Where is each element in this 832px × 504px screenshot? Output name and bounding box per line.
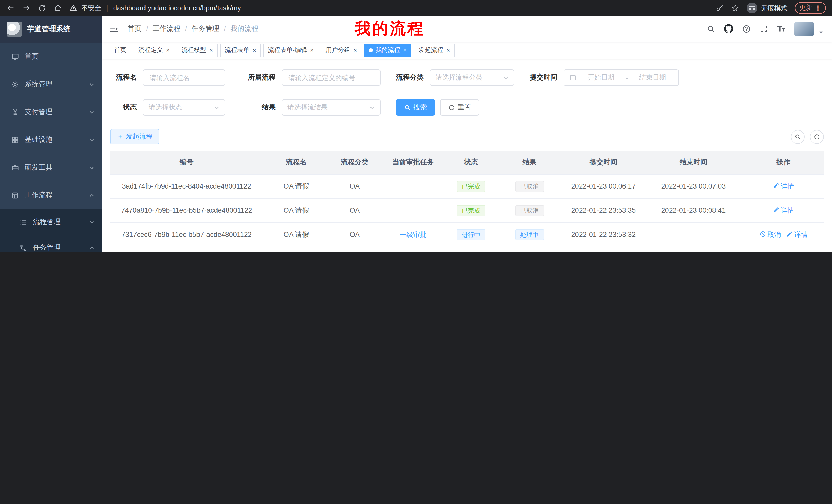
edit-icon: [773, 206, 779, 215]
result-placeholder: 请选择流结果: [287, 103, 328, 112]
tab-发起流程[interactable]: 发起流程×: [414, 44, 454, 57]
result-select[interactable]: 请选择流结果: [282, 99, 381, 116]
sidebar-item-label: 基础设施: [25, 135, 89, 144]
task-link[interactable]: 一级审批: [400, 230, 426, 239]
close-tab-icon[interactable]: ×: [353, 47, 357, 53]
close-tab-icon[interactable]: ×: [446, 47, 450, 53]
process-table: 编号流程名流程分类当前审批任务状态结果提交时间结束时间操作 3ad174fb-7…: [110, 150, 824, 252]
url-text: dashboard.yudao.iocoder.cn/bpm/task/my: [113, 4, 241, 12]
action-label: 详情: [781, 206, 794, 215]
result-badge: 处理中: [515, 229, 544, 240]
status-badge: 已完成: [457, 180, 486, 192]
process-name-cell: OA 请假: [263, 174, 329, 198]
tab-流程表单[interactable]: 流程表单×: [220, 44, 261, 57]
sidebar-item-task-management[interactable]: 任务管理: [0, 235, 102, 252]
tab-首页[interactable]: 首页: [109, 44, 131, 57]
user-avatar[interactable]: [795, 22, 814, 36]
reset-button[interactable]: 重置: [440, 99, 479, 116]
detail-action-link[interactable]: 详情: [773, 181, 794, 191]
sidebar-item-label: 流程管理: [33, 217, 89, 227]
chevron-down-icon: [89, 165, 95, 170]
process-id-cell: 3ad174fb-7b9d-11ec-8404-acde48001122: [110, 174, 263, 198]
tab-label: 流程定义: [138, 46, 163, 54]
breadcrumb-item[interactable]: 首页: [128, 24, 141, 33]
close-tab-icon[interactable]: ×: [166, 47, 170, 53]
sidebar-item-system[interactable]: 系统管理: [0, 71, 102, 98]
process-name-cell: OA 请假: [263, 198, 329, 222]
column-header: 提交时间: [563, 150, 644, 174]
workflow-icon: [11, 191, 24, 199]
chevron-down-icon: [89, 81, 95, 87]
bookmark-star-icon[interactable]: [731, 4, 739, 12]
result-cell: 已取消: [496, 174, 563, 198]
tab-label: 发起流程: [419, 46, 443, 54]
tab-label: 用户分组: [326, 46, 350, 54]
table-header-row: 编号流程名流程分类当前审批任务状态结果提交时间结束时间操作: [110, 150, 824, 174]
forward-icon[interactable]: [22, 4, 31, 12]
help-icon[interactable]: [742, 24, 751, 33]
tab-label: 流程表单: [225, 46, 250, 54]
toggle-search-button[interactable]: [791, 130, 805, 144]
search-icon[interactable]: [706, 24, 715, 33]
tab-流程表单-编辑[interactable]: 流程表单-编辑×: [263, 44, 318, 57]
chevron-down-icon: [89, 137, 95, 143]
tab-流程模型[interactable]: 流程模型×: [177, 44, 217, 57]
menu-fold-icon[interactable]: [110, 24, 119, 33]
tab-label: 流程表单-编辑: [268, 46, 307, 54]
sidebar-item-devtools[interactable]: 研发工具: [0, 153, 102, 181]
tab-我的流程[interactable]: 我的流程×: [364, 44, 411, 57]
action-label: 取消: [768, 230, 781, 239]
back-icon[interactable]: [6, 4, 15, 12]
reload-icon[interactable]: [38, 4, 46, 12]
task-icon: [20, 244, 32, 251]
sidebar: 芋道管理系统 首页系统管理支付管理基础设施研发工具工作流程流程管理任务管理我的流…: [0, 16, 102, 252]
close-tab-icon[interactable]: ×: [253, 47, 256, 53]
result-badge: 已取消: [515, 180, 544, 192]
process-name-input[interactable]: [143, 69, 225, 86]
breadcrumb-item[interactable]: 工作流程: [153, 24, 181, 33]
submit-time-range[interactable]: 开始日期 - 结束日期: [564, 69, 679, 86]
tab-流程定义[interactable]: 流程定义×: [134, 44, 174, 57]
avatar-caret-down-icon[interactable]: [818, 30, 824, 35]
incognito-label: 无痕模式: [761, 3, 787, 12]
detail-action-link[interactable]: 详情: [773, 206, 794, 215]
refresh-table-button[interactable]: [810, 130, 824, 144]
browser-toolbar: 不安全 | dashboard.yudao.iocoder.cn/bpm/tas…: [0, 0, 832, 16]
content: 流程名 所属流程 流程分类 请选择流程分类: [102, 59, 832, 252]
column-header: 流程名: [263, 150, 329, 174]
result-cell: 通过: [496, 247, 563, 252]
range-separator: -: [626, 74, 628, 81]
sidebar-item-home[interactable]: 首页: [0, 43, 102, 71]
sidebar-item-workflow[interactable]: 工作流程: [0, 181, 102, 209]
font-size-icon[interactable]: [777, 24, 786, 33]
status-select[interactable]: 请选择状态: [143, 99, 225, 116]
sidebar-item-payment[interactable]: 支付管理: [0, 98, 102, 126]
tab-用户分组[interactable]: 用户分组×: [321, 44, 362, 57]
create-process-button[interactable]: ＋ 发起流程: [110, 129, 159, 144]
key-icon[interactable]: [716, 4, 724, 12]
browser-home-icon[interactable]: [53, 4, 62, 12]
browser-menu-icon[interactable]: ⋮: [815, 4, 821, 12]
search-button[interactable]: 搜索: [396, 99, 435, 116]
breadcrumb-separator: /: [185, 25, 187, 33]
close-tab-icon[interactable]: ×: [403, 47, 407, 53]
close-tab-icon[interactable]: ×: [209, 47, 213, 53]
end-time-cell: [644, 222, 743, 247]
github-icon[interactable]: [724, 24, 733, 33]
sidebar-item-label: 系统管理: [25, 80, 89, 89]
action-label: 详情: [781, 181, 794, 191]
process-key-input[interactable]: [282, 69, 381, 86]
update-label: 更新: [799, 4, 812, 12]
incognito-icon: [746, 3, 757, 13]
category-select[interactable]: 请选择流程分类: [430, 69, 514, 86]
column-header: 结束时间: [644, 150, 743, 174]
address-bar[interactable]: 不安全 | dashboard.yudao.iocoder.cn/bpm/tas…: [70, 3, 708, 12]
update-button[interactable]: 更新 ⋮: [795, 2, 826, 14]
breadcrumb-item[interactable]: 任务管理: [191, 24, 219, 33]
detail-action-link[interactable]: 详情: [786, 230, 808, 239]
fullscreen-icon[interactable]: [759, 25, 768, 33]
sidebar-item-process-management[interactable]: 流程管理: [0, 209, 102, 235]
close-tab-icon[interactable]: ×: [310, 47, 314, 53]
cancel-action-link[interactable]: 取消: [759, 230, 781, 239]
sidebar-item-infrastructure[interactable]: 基础设施: [0, 126, 102, 153]
